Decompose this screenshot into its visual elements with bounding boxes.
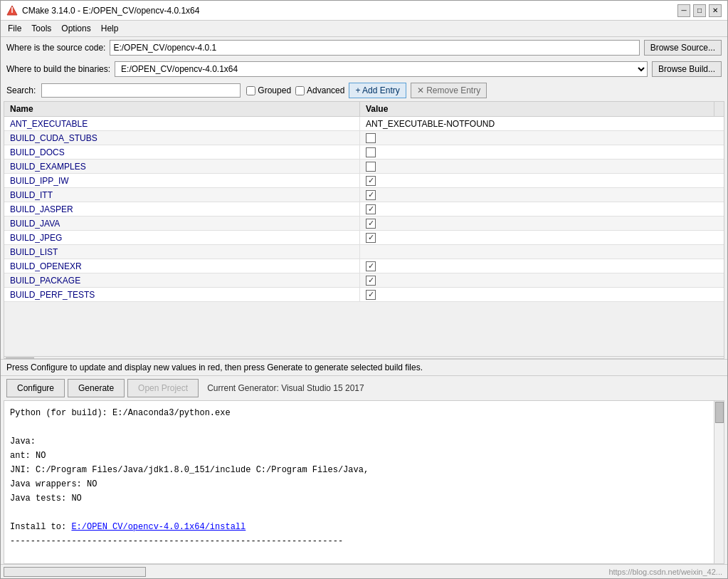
source-label: Where is the source code: — [6, 43, 105, 53]
configure-button[interactable]: Configure — [6, 379, 65, 397]
advanced-option: Advanced — [295, 85, 344, 95]
cell-name: ANT_EXECUTABLE — [4, 117, 360, 130]
log-line — [10, 549, 718, 562]
search-row: Search: Grouped Advanced + Add Entry ✕ R… — [1, 80, 727, 101]
status-text: Press Configure to update and display ne… — [6, 362, 423, 372]
entry-checkbox[interactable] — [366, 233, 376, 243]
source-input[interactable] — [110, 40, 639, 56]
cell-value[interactable] — [360, 174, 724, 187]
cell-value[interactable] — [360, 288, 724, 301]
log-line: ----------------------------------------… — [10, 535, 718, 548]
cell-value[interactable] — [360, 145, 724, 159]
cell-value[interactable] — [360, 188, 724, 202]
menu-file[interactable]: File — [4, 22, 26, 35]
table-row[interactable]: BUILD_JPEG — [4, 231, 724, 245]
cell-value[interactable] — [360, 259, 724, 273]
bottom-buttons: Configure Generate Open Project Current … — [1, 375, 727, 400]
watermark: https://blog.csdn.net/weixin_42... — [608, 568, 722, 576]
cell-name: BUILD_OPENEXR — [4, 259, 360, 273]
entry-checkbox[interactable] — [366, 133, 376, 143]
entry-checkbox[interactable] — [366, 219, 376, 229]
table-row[interactable]: BUILD_PACKAGE — [4, 273, 724, 288]
log-line: Java: — [10, 435, 718, 448]
table-row[interactable]: BUILD_OPENEXR — [4, 259, 724, 273]
log-line: Java tests: NO — [10, 492, 718, 505]
table-row[interactable]: ANT_EXECUTABLEANT_EXECUTABLE-NOTFOUND — [4, 117, 724, 131]
table-row[interactable]: BUILD_DOCS — [4, 145, 724, 160]
cell-value[interactable] — [360, 217, 724, 230]
config-table: Name Value ANT_EXECUTABLEANT_EXECUTABLE-… — [4, 101, 724, 359]
title-bar-left: CMake 3.14.0 - E:/OPEN_CV/opencv-4.0.1x6… — [6, 5, 199, 16]
entry-checkbox[interactable] — [366, 147, 376, 157]
log-line — [10, 506, 718, 519]
advanced-checkbox[interactable] — [295, 86, 305, 95]
open-project-button[interactable]: Open Project — [127, 379, 199, 397]
menu-help[interactable]: Help — [97, 22, 123, 35]
table-row[interactable]: BUILD_IPP_IW — [4, 174, 724, 188]
log-line: Python (for build): E:/Anaconda3/python.… — [10, 407, 718, 419]
cell-name: BUILD_PACKAGE — [4, 273, 360, 287]
close-button[interactable]: ✕ — [709, 4, 722, 17]
main-window: CMake 3.14.0 - E:/OPEN_CV/opencv-4.0.1x6… — [0, 0, 728, 579]
col-header-value: Value — [360, 102, 714, 116]
entry-checkbox[interactable] — [366, 290, 376, 300]
h-scroll-thumb[interactable] — [6, 358, 34, 360]
menu-tools[interactable]: Tools — [27, 22, 56, 35]
log-link[interactable]: E:/OPEN_CV/opencv-4.0.1x64/install — [71, 522, 246, 532]
build-path-select[interactable]: E:/OPEN_CV/opencv-4.0.1x64 — [115, 61, 648, 77]
table-row[interactable]: BUILD_ITT — [4, 188, 724, 202]
minimize-button[interactable]: ─ — [677, 4, 690, 17]
horizontal-scrollbar[interactable] — [4, 356, 724, 359]
table-row[interactable]: BUILD_JASPER — [4, 202, 724, 217]
cell-value[interactable] — [360, 273, 724, 287]
cell-name: BUILD_JASPER — [4, 202, 360, 216]
search-input[interactable] — [41, 83, 241, 98]
entry-checkbox[interactable] — [366, 190, 376, 200]
grouped-checkbox[interactable] — [246, 86, 255, 95]
cell-value[interactable] — [360, 202, 724, 216]
cell-name: BUILD_EXAMPLES — [4, 160, 360, 173]
table-row[interactable]: BUILD_LIST — [4, 245, 724, 259]
menu-options[interactable]: Options — [57, 22, 95, 35]
progress-bar — [4, 567, 146, 577]
col-header-name: Name — [4, 102, 360, 116]
browse-source-button[interactable]: Browse Source... — [644, 40, 722, 56]
log-scrollbar[interactable] — [714, 401, 724, 563]
title-controls: ─ □ ✕ — [677, 4, 722, 17]
cell-value[interactable] — [360, 131, 724, 145]
table-row[interactable]: BUILD_CUDA_STUBS — [4, 131, 724, 145]
cell-value[interactable] — [360, 231, 724, 244]
add-entry-button[interactable]: + Add Entry — [349, 83, 406, 98]
entry-checkbox[interactable] — [366, 162, 376, 172]
maximize-button[interactable]: □ — [693, 4, 706, 17]
log-area: Python (for build): E:/Anaconda3/python.… — [4, 400, 724, 564]
grouped-option: Grouped — [246, 85, 291, 95]
log-line — [10, 421, 718, 434]
cmake-icon — [6, 5, 18, 16]
table-header: Name Value — [4, 102, 724, 117]
cell-name: BUILD_JPEG — [4, 231, 360, 244]
entry-checkbox[interactable] — [366, 261, 376, 271]
table-row[interactable]: BUILD_PERF_TESTS — [4, 288, 724, 302]
log-line: JNI: C:/Program Files/Java/jdk1.8.0_151/… — [10, 464, 718, 476]
grouped-label: Grouped — [258, 85, 291, 95]
entry-checkbox[interactable] — [366, 276, 376, 286]
title-bar: CMake 3.14.0 - E:/OPEN_CV/opencv-4.0.1x6… — [1, 1, 727, 21]
cell-value[interactable] — [360, 160, 724, 173]
entry-checkbox[interactable] — [366, 204, 376, 214]
table-row[interactable]: BUILD_EXAMPLES — [4, 160, 724, 174]
menu-bar: File Tools Options Help — [1, 21, 727, 37]
log-scroll-thumb[interactable] — [715, 402, 724, 423]
search-label: Search: — [6, 85, 36, 95]
table-row[interactable]: BUILD_JAVA — [4, 217, 724, 231]
browse-build-button[interactable]: Browse Build... — [652, 61, 722, 77]
entry-checkbox[interactable] — [366, 176, 376, 186]
cell-name: BUILD_JAVA — [4, 217, 360, 230]
remove-entry-button[interactable]: ✕ Remove Entry — [411, 83, 487, 98]
cell-name: BUILD_ITT — [4, 188, 360, 202]
generate-button[interactable]: Generate — [68, 379, 125, 397]
log-content: Python (for build): E:/Anaconda3/python.… — [4, 401, 724, 563]
build-row: Where to build the binaries: E:/OPEN_CV/… — [1, 58, 727, 80]
log-line: ant: NO — [10, 449, 718, 462]
cell-name: BUILD_IPP_IW — [4, 174, 360, 187]
